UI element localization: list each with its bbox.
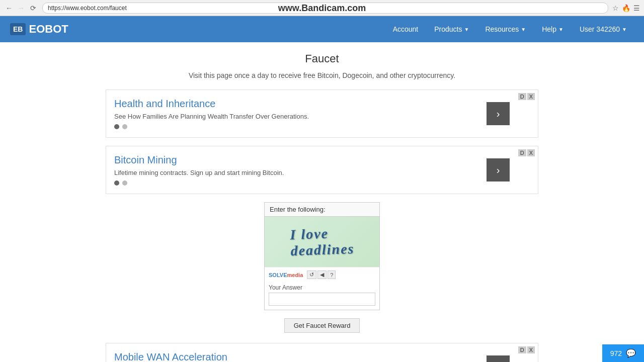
- ad2-title: Bitcoin Mining: [114, 154, 479, 166]
- nav-help[interactable]: Help ▼: [535, 22, 571, 36]
- nav-products[interactable]: Products ▼: [427, 22, 476, 36]
- browser-right-icons: ☆ 🔥 ☰: [612, 4, 640, 12]
- captcha-help-button[interactable]: ?: [328, 270, 336, 279]
- refresh-button[interactable]: ⟳: [28, 3, 38, 13]
- star-icon[interactable]: ☆: [612, 4, 619, 12]
- site-logo[interactable]: EB EOBOT: [10, 23, 68, 36]
- main-content: Faucet Visit this page once a day to rec…: [96, 42, 548, 362]
- products-dropdown-icon: ▼: [464, 27, 469, 32]
- ad2-desc: Lifetime mining contracts. Sign up and s…: [114, 169, 479, 176]
- menu-icon[interactable]: ☰: [633, 4, 640, 12]
- forward-button[interactable]: →: [16, 3, 26, 13]
- address-bar[interactable]: https://www.eobot.com/faucet: [42, 3, 608, 14]
- ad-block-3: D X Mobile WAN Acceleration Save Bandwid…: [106, 343, 538, 362]
- ad-block-2: D X Bitcoin Mining Lifetime mining contr…: [106, 146, 538, 194]
- browser-chrome: ← → ⟳ https://www.eobot.com/faucet ☆ 🔥 ☰…: [0, 0, 644, 16]
- ad-block-1: D X Health and Inheritance See How Famil…: [106, 89, 538, 138]
- ad2-dot-2: [122, 180, 127, 186]
- ad2-dot-1: [114, 180, 119, 186]
- ad3-arrow-button[interactable]: ›: [487, 355, 510, 362]
- ad2-dots: [114, 180, 479, 186]
- ad1-dots: [114, 124, 479, 129]
- page-title: Faucet: [106, 52, 538, 65]
- site-header: EB EOBOT Account Products ▼ Resources ▼ …: [0, 16, 644, 42]
- captcha-answer-input[interactable]: [269, 293, 375, 306]
- nav-user[interactable]: User 342260 ▼: [573, 22, 634, 36]
- captcha-container: Enter the following: I lovedeadlines SOL…: [264, 202, 380, 310]
- ad1-inner: Health and Inheritance See How Families …: [114, 98, 530, 129]
- chat-count: 972: [610, 349, 622, 357]
- captcha-image: I lovedeadlines: [265, 217, 379, 267]
- captcha-solve-row: SOLVEmedia ↺ ◀ ?: [265, 267, 379, 282]
- user-dropdown-icon: ▼: [622, 27, 627, 32]
- url-text: https://www.eobot.com/faucet: [48, 5, 127, 12]
- nav-resources[interactable]: Resources ▼: [478, 22, 533, 36]
- faucet-reward-button[interactable]: Get Faucet Reward: [284, 318, 360, 333]
- captcha-text: I lovedeadlines: [289, 225, 354, 259]
- captcha-back-button[interactable]: ◀: [317, 270, 327, 279]
- ad3-inner: Mobile WAN Acceleration Save Bandwidth, …: [114, 351, 530, 362]
- ad1-dot-2: [122, 124, 127, 129]
- browser-nav-buttons: ← → ⟳: [4, 3, 38, 13]
- ad1-dot-1: [114, 124, 119, 129]
- ad2-inner: Bitcoin Mining Lifetime mining contracts…: [114, 154, 530, 186]
- page-subtitle: Visit this page once a day to receive fr…: [106, 71, 538, 79]
- logo-text: EOBOT: [29, 23, 68, 36]
- chat-icon: 💬: [626, 348, 636, 358]
- back-button[interactable]: ←: [4, 3, 14, 13]
- captcha-answer-row: Your Answer: [265, 282, 379, 310]
- ad1-desc: See How Families Are Planning Wealth Tra…: [114, 113, 479, 120]
- ad2-arrow-button[interactable]: ›: [487, 158, 510, 182]
- fire-icon[interactable]: 🔥: [622, 4, 630, 12]
- captcha-refresh-button[interactable]: ↺: [307, 270, 316, 279]
- ad3-title: Mobile WAN Acceleration: [114, 351, 479, 362]
- captcha-brand: SOLVEmedia: [269, 272, 303, 278]
- logo-icon: EB: [10, 23, 26, 35]
- site-nav: Account Products ▼ Resources ▼ Help ▼ Us…: [386, 22, 634, 36]
- chat-badge[interactable]: 972 💬: [602, 344, 644, 362]
- ad1-arrow-button[interactable]: ›: [487, 102, 510, 125]
- captcha-answer-label: Your Answer: [269, 284, 375, 291]
- ad1-title: Health and Inheritance: [114, 98, 479, 110]
- faucet-btn-row: Get Faucet Reward: [106, 318, 538, 333]
- help-dropdown-icon: ▼: [558, 27, 564, 32]
- resources-dropdown-icon: ▼: [521, 27, 526, 32]
- captcha-header: Enter the following:: [265, 203, 379, 217]
- captcha-icons: ↺ ◀ ?: [307, 270, 336, 279]
- nav-account[interactable]: Account: [386, 22, 426, 36]
